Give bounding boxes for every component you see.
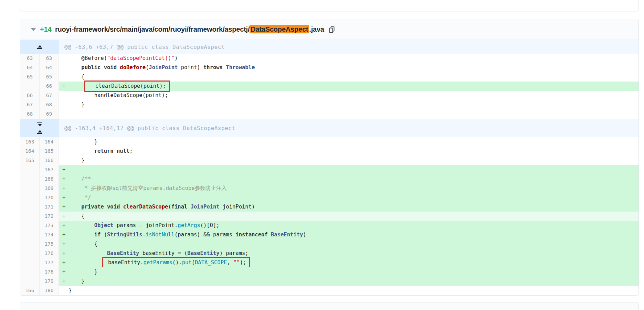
new-line-number[interactable]: 63 bbox=[40, 54, 59, 63]
old-line-number[interactable] bbox=[20, 239, 40, 249]
new-line-number[interactable]: 174 bbox=[40, 230, 59, 239]
new-line-number[interactable]: 167 bbox=[40, 165, 59, 174]
new-line-number[interactable]: 178 bbox=[40, 267, 59, 277]
code-line: handleDataScope(point); bbox=[59, 91, 638, 100]
new-line-number[interactable]: 172 bbox=[40, 212, 59, 221]
old-line-number[interactable] bbox=[20, 184, 40, 193]
new-line-number[interactable]: 67 bbox=[40, 91, 59, 100]
new-line-number[interactable]: 168 bbox=[40, 174, 59, 184]
code-token: ()[0]; bbox=[200, 222, 220, 228]
old-line-number[interactable] bbox=[20, 267, 40, 277]
new-line-number[interactable]: 180 bbox=[40, 286, 59, 295]
new-line-number[interactable]: 175 bbox=[40, 239, 59, 249]
diff-marker bbox=[62, 100, 68, 109]
new-line-number[interactable]: 66 bbox=[40, 82, 59, 91]
code-token: BaseEntity bbox=[271, 232, 303, 238]
code-token: Object bbox=[94, 222, 114, 228]
code-token bbox=[68, 222, 94, 228]
new-line-number[interactable]: 64 bbox=[40, 63, 59, 72]
old-line-number[interactable] bbox=[20, 202, 40, 212]
code-token: Throwable bbox=[226, 64, 255, 71]
diff-marker: + bbox=[62, 221, 68, 230]
diff-marker bbox=[62, 156, 68, 165]
code-token: instanceof bbox=[235, 232, 267, 238]
diff-marker bbox=[62, 63, 68, 72]
code-token: } bbox=[68, 287, 72, 293]
old-line-number[interactable]: 165 bbox=[20, 156, 40, 165]
new-line-number[interactable]: 176 bbox=[40, 249, 59, 258]
code-token: { bbox=[68, 74, 85, 80]
code-line: + */ bbox=[59, 193, 638, 202]
old-line-number[interactable] bbox=[20, 230, 40, 239]
new-line-number[interactable]: 171 bbox=[40, 202, 59, 212]
old-line-number[interactable] bbox=[20, 193, 40, 202]
expand-up-button[interactable] bbox=[36, 130, 44, 134]
diff-row: 6363 @Before("dataScopePointCut()") bbox=[20, 54, 638, 63]
code-token: (params) && params bbox=[175, 232, 235, 238]
code-token: public bbox=[81, 64, 101, 71]
expand-down-button[interactable] bbox=[36, 122, 44, 127]
copy-path-button[interactable] bbox=[328, 25, 336, 33]
old-line-number[interactable]: 163 bbox=[20, 137, 40, 147]
previous-file-panel-edge bbox=[20, 0, 639, 11]
diff-marker: + bbox=[62, 267, 68, 277]
diff-row: 165166 } bbox=[20, 156, 638, 165]
bar bbox=[37, 48, 42, 49]
code-token: ); bbox=[240, 259, 246, 266]
old-line-number[interactable]: 64 bbox=[20, 63, 40, 72]
code-line: + } bbox=[59, 277, 638, 286]
diff-row: 173+ Object params = joinPoint.getArgs()… bbox=[20, 221, 638, 230]
new-line-number[interactable]: 177 bbox=[40, 258, 59, 267]
code-token bbox=[68, 259, 107, 266]
old-line-number[interactable] bbox=[20, 82, 40, 91]
old-line-number[interactable]: 66 bbox=[20, 91, 40, 100]
old-line-number[interactable] bbox=[20, 165, 40, 174]
new-line-number[interactable]: 166 bbox=[40, 156, 59, 165]
old-line-number[interactable]: 65 bbox=[20, 72, 40, 82]
old-line-number[interactable]: 67 bbox=[20, 100, 40, 109]
diff-marker: + bbox=[62, 230, 68, 239]
diff-row: 163164 } bbox=[20, 137, 638, 147]
old-line-number[interactable]: 63 bbox=[20, 54, 40, 63]
old-line-number[interactable] bbox=[20, 277, 40, 286]
expand-up-button[interactable] bbox=[36, 45, 44, 49]
old-line-number[interactable]: 164 bbox=[20, 147, 40, 156]
diff-marker bbox=[62, 72, 68, 82]
hunk-expander-gutter bbox=[20, 119, 59, 137]
diff-row: 176+ BaseEntity baseEntity = (BaseEntity… bbox=[20, 249, 638, 258]
new-line-number[interactable]: 164 bbox=[40, 137, 59, 147]
code-line: } bbox=[59, 286, 638, 295]
collapse-file-button[interactable] bbox=[30, 28, 36, 32]
code-token: ) params; bbox=[220, 250, 249, 256]
code-token: clearDataScope(point); bbox=[95, 83, 166, 89]
old-line-number[interactable] bbox=[20, 174, 40, 184]
new-line-number[interactable]: 173 bbox=[40, 221, 59, 230]
new-line-number[interactable]: 179 bbox=[40, 277, 59, 286]
new-line-number[interactable]: 68 bbox=[40, 100, 59, 109]
new-line-number[interactable]: 69 bbox=[40, 109, 59, 119]
old-line-number[interactable] bbox=[20, 258, 40, 267]
old-line-number[interactable]: 68 bbox=[20, 109, 40, 119]
diff-row: 175+ { bbox=[20, 239, 638, 249]
new-line-number[interactable]: 65 bbox=[40, 72, 59, 82]
hunk-header-text: @@ -63,6 +63,7 @@ public class DataScope… bbox=[59, 40, 638, 54]
old-line-number[interactable] bbox=[20, 212, 40, 221]
code-token: ( bbox=[192, 259, 195, 266]
new-line-number[interactable]: 169 bbox=[40, 184, 59, 193]
old-line-number[interactable]: 166 bbox=[20, 286, 40, 295]
old-line-number[interactable] bbox=[20, 249, 40, 258]
hunk-expander-gutter bbox=[20, 40, 59, 54]
old-line-number[interactable] bbox=[20, 221, 40, 230]
expand-up-icon bbox=[37, 130, 42, 134]
code-token bbox=[117, 64, 120, 71]
diff-row: 6768 } bbox=[20, 100, 638, 109]
code-token: { bbox=[68, 213, 85, 219]
file-diff-panel: +14 ruoyi-framework/src/main/java/com/ru… bbox=[20, 19, 639, 296]
diff-marker bbox=[62, 147, 68, 156]
new-line-number[interactable]: 165 bbox=[40, 147, 59, 156]
code-token: private bbox=[81, 204, 104, 210]
new-line-number[interactable]: 170 bbox=[40, 193, 59, 202]
code-token: * 拼接权限sql前先清空params.dataScope参数防止注入 bbox=[68, 185, 227, 191]
code-token bbox=[187, 204, 190, 210]
diff-row: 177+ baseEntity.getParams().put(DATA_SCO… bbox=[20, 258, 638, 267]
